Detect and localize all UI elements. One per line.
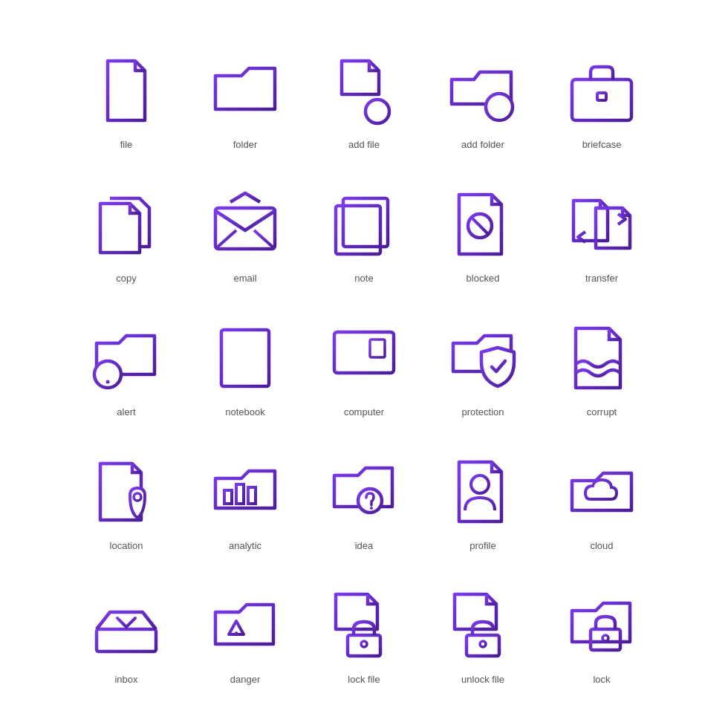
add-file-label: add file	[348, 139, 380, 150]
icon-cell-folder: folder	[186, 30, 305, 163]
folder-label: folder	[233, 139, 258, 150]
icon-cell-notebook: notebook	[186, 297, 305, 431]
svg-rect-72	[97, 629, 156, 651]
copy-icon	[85, 183, 167, 265]
profile-icon	[442, 451, 524, 533]
icon-cell-file: file	[67, 30, 186, 163]
analytic-label: analytic	[229, 540, 261, 551]
svg-point-89	[602, 635, 608, 641]
note-icon	[323, 183, 405, 265]
notebook-icon	[204, 317, 286, 399]
icon-cell-lock-file: lock file	[305, 565, 423, 698]
icon-cell-protection: protection	[423, 297, 542, 431]
icon-cell-cloud: cloud	[542, 431, 661, 565]
analytic-icon	[204, 451, 286, 533]
lock-label: lock	[593, 674, 610, 685]
svg-rect-61	[236, 484, 244, 504]
computer-icon	[323, 317, 405, 399]
icon-cell-computer: computer	[305, 297, 423, 431]
alert-label: alert	[117, 406, 135, 417]
transfer-label: transfer	[585, 273, 618, 284]
svg-rect-60	[224, 490, 232, 504]
svg-point-86	[480, 641, 486, 647]
icon-cell-alert: alert	[67, 297, 186, 431]
svg-rect-62	[248, 487, 256, 504]
svg-rect-54	[370, 339, 385, 357]
protection-label: protection	[461, 406, 504, 417]
icon-cell-copy: copy	[67, 163, 186, 297]
file-label: file	[120, 139, 133, 150]
svg-point-70	[471, 475, 489, 493]
icon-cell-inbox: inbox	[67, 565, 186, 698]
cloud-icon	[561, 451, 643, 533]
alert-icon	[85, 317, 167, 399]
lock-file-label: lock file	[348, 674, 380, 685]
icon-cell-location: location	[67, 431, 186, 565]
icon-cell-transfer: transfer	[542, 163, 661, 297]
lock-icon	[561, 585, 643, 666]
unlock-file-label: unlock file	[461, 674, 504, 685]
svg-point-67	[370, 507, 373, 510]
svg-line-20	[215, 230, 236, 249]
corrupt-icon	[561, 317, 643, 399]
note-label: note	[354, 273, 373, 284]
icon-cell-briefcase: briefcase	[542, 30, 661, 163]
computer-label: computer	[344, 406, 384, 417]
add-folder-label: add folder	[461, 139, 504, 150]
profile-label: profile	[469, 540, 495, 551]
icon-cell-idea: idea	[305, 431, 423, 565]
protection-icon	[442, 317, 524, 399]
inbox-label: inbox	[114, 674, 137, 685]
idea-icon	[323, 451, 405, 533]
svg-rect-88	[591, 629, 620, 650]
danger-icon	[204, 585, 286, 666]
add-file-icon	[323, 50, 405, 131]
blocked-icon	[442, 183, 524, 265]
lock-file-icon	[323, 585, 405, 666]
blocked-label: blocked	[467, 273, 500, 284]
svg-line-31	[472, 218, 488, 234]
icon-cell-email: email	[186, 163, 305, 297]
icon-grid: file folder add file	[52, 15, 676, 713]
icon-cell-blocked: blocked	[423, 163, 542, 297]
icon-cell-danger: danger	[186, 565, 305, 698]
icon-cell-add-file: add file	[305, 30, 423, 163]
danger-label: danger	[230, 674, 260, 685]
svg-point-36	[106, 380, 110, 384]
svg-line-21	[254, 230, 275, 249]
svg-rect-81	[348, 635, 380, 656]
unlock-file-icon	[442, 585, 524, 666]
notebook-label: notebook	[225, 406, 265, 417]
location-label: location	[110, 540, 143, 551]
copy-label: copy	[116, 273, 136, 284]
briefcase-icon	[561, 50, 643, 131]
folder-icon	[204, 50, 286, 131]
inbox-icon	[85, 585, 167, 666]
briefcase-label: briefcase	[582, 139, 622, 150]
cloud-label: cloud	[590, 540, 613, 551]
email-label: email	[233, 273, 256, 284]
svg-point-77	[235, 631, 238, 634]
add-folder-icon	[442, 50, 524, 131]
svg-point-82	[361, 641, 367, 647]
icon-cell-add-folder: add folder	[423, 30, 542, 163]
idea-label: idea	[355, 540, 374, 551]
file-icon	[85, 50, 167, 131]
icon-cell-unlock-file: unlock file	[423, 565, 542, 698]
location-icon	[85, 451, 167, 533]
icon-cell-lock: lock	[542, 565, 661, 698]
icon-cell-note: note	[305, 163, 423, 297]
icon-cell-corrupt: corrupt	[542, 297, 661, 431]
icon-cell-profile: profile	[423, 431, 542, 565]
transfer-icon	[561, 183, 643, 265]
email-icon	[204, 183, 286, 265]
svg-rect-84	[467, 635, 499, 656]
icon-cell-analytic: analytic	[186, 431, 305, 565]
corrupt-label: corrupt	[587, 406, 617, 417]
